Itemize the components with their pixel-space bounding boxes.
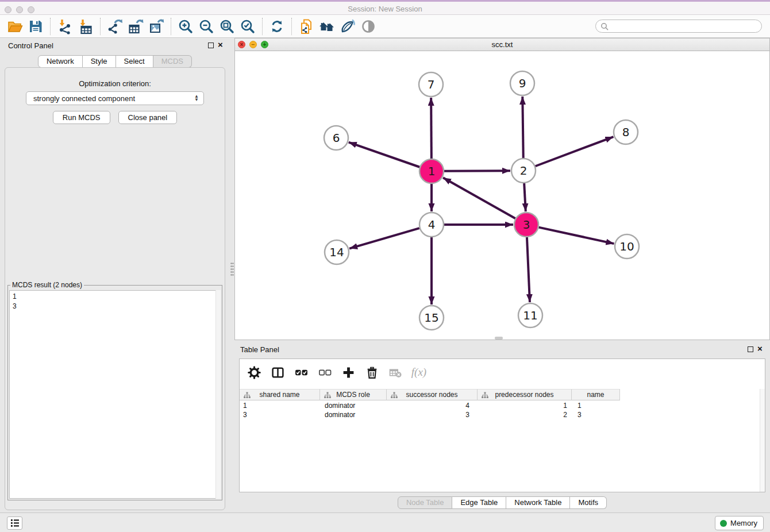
tab-node-table[interactable]: Node Table bbox=[398, 496, 453, 509]
table-row[interactable]: 3dominator323 bbox=[240, 410, 765, 419]
criterion-value: strongly connected component bbox=[33, 94, 194, 103]
edge-2-9[interactable] bbox=[522, 97, 523, 158]
split-view-icon[interactable] bbox=[270, 365, 285, 380]
node-label-11: 11 bbox=[523, 309, 537, 322]
import-network-icon[interactable] bbox=[55, 17, 75, 36]
hide-selected-icon[interactable] bbox=[358, 17, 379, 36]
clone-network-icon[interactable] bbox=[296, 17, 317, 36]
column-header-label: MCDS role bbox=[336, 391, 370, 399]
network-view-window: × − + scc.txt 1234678910111415 bbox=[234, 38, 770, 340]
export-network-icon[interactable] bbox=[105, 17, 125, 36]
edge-2-8[interactable] bbox=[536, 137, 614, 166]
zoom-fit-icon[interactable] bbox=[217, 17, 237, 36]
node-label-9: 9 bbox=[519, 76, 526, 90]
zoom-out-icon[interactable] bbox=[196, 17, 217, 36]
open-session-icon[interactable] bbox=[5, 17, 25, 36]
mcds-result-line: 3 bbox=[13, 302, 217, 311]
network-window-title: scc.txt bbox=[235, 40, 769, 49]
control-panel-title: Control Panel bbox=[8, 41, 53, 50]
zoom-selected-icon[interactable] bbox=[237, 17, 258, 36]
float-table-panel-icon[interactable] bbox=[748, 346, 753, 352]
tab-style[interactable]: Style bbox=[83, 55, 116, 68]
import-table-icon[interactable] bbox=[75, 17, 96, 36]
app-title: Session: New Session bbox=[0, 5, 770, 13]
style-paint-icon[interactable] bbox=[337, 17, 358, 36]
add-column-icon[interactable] bbox=[341, 365, 356, 380]
cell-shared-name[interactable]: 3 bbox=[240, 410, 320, 419]
table-toolbar: f(x) bbox=[240, 359, 765, 385]
column-header-predecessor-nodes[interactable]: predecessor nodes bbox=[478, 389, 572, 400]
node-label-7: 7 bbox=[428, 78, 435, 91]
mcds-result-list[interactable]: 13 bbox=[9, 290, 221, 499]
edge-3-1[interactable] bbox=[443, 178, 515, 218]
search-box[interactable] bbox=[595, 20, 762, 33]
cell-MCDS-role[interactable]: dominator bbox=[320, 401, 387, 410]
node-label-15: 15 bbox=[424, 311, 438, 325]
export-table-icon[interactable] bbox=[125, 17, 146, 36]
toolbar-separator bbox=[100, 18, 101, 35]
cell-successor-nodes[interactable]: 3 bbox=[387, 410, 478, 419]
column-header-name[interactable]: name bbox=[572, 389, 620, 400]
table-row[interactable]: 1dominator411 bbox=[240, 401, 765, 410]
cell-predecessor-nodes[interactable]: 1 bbox=[478, 401, 572, 410]
function-builder-icon[interactable]: f(x) bbox=[411, 365, 426, 380]
save-session-icon[interactable] bbox=[25, 17, 46, 36]
toolbar-separator bbox=[262, 18, 263, 35]
export-image-icon[interactable] bbox=[146, 17, 167, 36]
edge-3-11[interactable] bbox=[527, 237, 530, 302]
node-label-10: 10 bbox=[619, 240, 634, 253]
close-panel-button[interactable]: Close panel bbox=[118, 111, 178, 124]
tab-select[interactable]: Select bbox=[116, 55, 153, 68]
column-header-MCDS-role[interactable]: MCDS role bbox=[320, 389, 387, 400]
delete-table-icon[interactable] bbox=[388, 365, 403, 380]
float-panel-icon[interactable] bbox=[208, 43, 214, 48]
search-icon bbox=[600, 22, 609, 30]
run-mcds-button[interactable]: Run MCDS bbox=[53, 111, 110, 124]
network-graph[interactable]: 1234678910111415 bbox=[235, 51, 769, 340]
deselect-all-columns-icon[interactable] bbox=[317, 365, 332, 380]
edge-1-6[interactable] bbox=[349, 142, 420, 167]
home-layout-icon[interactable] bbox=[317, 17, 337, 36]
edge-1-7[interactable] bbox=[431, 98, 432, 159]
select-all-columns-icon[interactable] bbox=[294, 365, 309, 380]
zoom-in-icon[interactable] bbox=[175, 17, 196, 36]
tab-network[interactable]: Network bbox=[38, 55, 83, 68]
criterion-dropdown[interactable]: strongly connected component ▲▼ bbox=[26, 91, 204, 105]
memory-label: Memory bbox=[730, 519, 757, 527]
tab-motifs[interactable]: Motifs bbox=[570, 496, 607, 509]
cell-successor-nodes[interactable]: 4 bbox=[387, 401, 478, 410]
tab-network-table[interactable]: Network Table bbox=[506, 496, 570, 509]
main-toolbar bbox=[0, 15, 770, 38]
cell-name[interactable]: 1 bbox=[572, 401, 620, 410]
table-panel-title: Table Panel bbox=[240, 345, 279, 354]
cell-shared-name[interactable]: 1 bbox=[240, 401, 320, 410]
edge-4-14[interactable] bbox=[349, 228, 419, 248]
result-scrollbar[interactable] bbox=[215, 290, 221, 499]
delete-column-icon[interactable] bbox=[364, 365, 379, 380]
node-label-14: 14 bbox=[329, 245, 344, 259]
memory-button[interactable]: Memory bbox=[715, 516, 764, 530]
search-input[interactable] bbox=[609, 22, 757, 30]
tab-edge-table[interactable]: Edge Table bbox=[452, 496, 506, 509]
chevron-up-down-icon: ▲▼ bbox=[194, 95, 199, 102]
edge-1-2[interactable] bbox=[444, 171, 510, 171]
column-header-shared-name[interactable]: shared name bbox=[240, 389, 320, 400]
cell-name[interactable]: 3 bbox=[572, 410, 620, 419]
column-header-successor-nodes[interactable]: successor nodes bbox=[387, 389, 478, 400]
table-settings-icon[interactable] bbox=[247, 365, 261, 380]
tab-mcds[interactable]: MCDS bbox=[153, 55, 192, 68]
network-canvas[interactable]: 1234678910111415 bbox=[235, 51, 769, 340]
table-scrollbar[interactable] bbox=[760, 389, 765, 492]
close-table-panel-icon[interactable]: × bbox=[757, 344, 763, 353]
network-window-titlebar: × − + scc.txt bbox=[235, 38, 769, 51]
column-header-label: shared name bbox=[259, 391, 299, 399]
refresh-layout-icon[interactable] bbox=[267, 17, 287, 36]
close-panel-icon[interactable]: × bbox=[218, 40, 223, 49]
cell-predecessor-nodes[interactable]: 2 bbox=[478, 410, 572, 419]
canvas-hscroll-handle[interactable] bbox=[495, 337, 503, 340]
edge-2-3[interactable] bbox=[524, 183, 526, 211]
panel-splitter-handle[interactable] bbox=[230, 262, 234, 277]
edge-3-10[interactable] bbox=[538, 228, 614, 244]
cell-MCDS-role[interactable]: dominator bbox=[320, 410, 387, 419]
task-history-button[interactable] bbox=[7, 516, 22, 530]
